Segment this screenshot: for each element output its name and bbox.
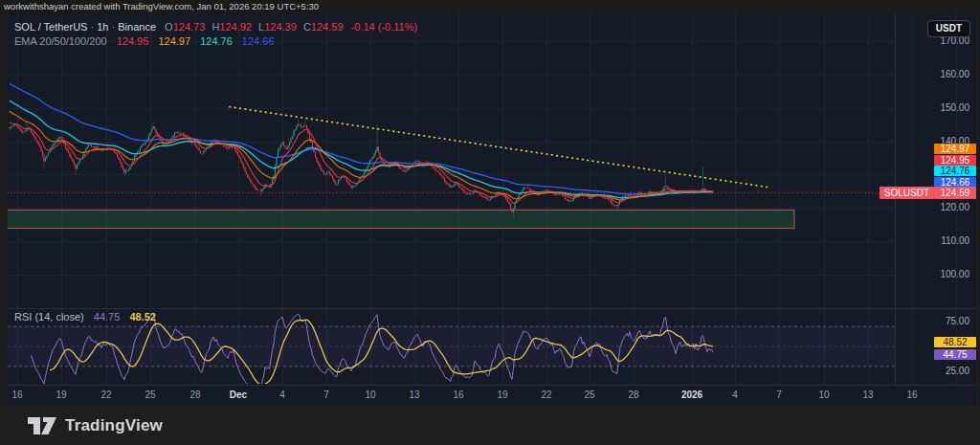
time-tick-label: 19: [481, 389, 523, 400]
legend-separator: ·: [91, 21, 95, 33]
rsi-value-badge: 44.75: [934, 349, 976, 360]
ema20-value: 124.95: [117, 35, 149, 47]
time-tick-label: Dec: [217, 389, 259, 400]
time-tick-label: 13: [393, 389, 435, 400]
time-tick-label: 13: [847, 389, 889, 400]
chart-widget[interactable]: SOL / TetherUS · 1h · Binance O124.73 H1…: [8, 13, 976, 406]
time-tick-label: 4: [714, 389, 756, 400]
open-value: 124.73: [173, 21, 206, 33]
rsi-legend[interactable]: RSI (14, close) 44.75 48.52: [14, 311, 156, 323]
high-value: 124.92: [219, 21, 252, 33]
price-tick-label: 120.00: [900, 202, 976, 213]
ema-label: EMA 20/50/100/200: [14, 35, 107, 47]
legend-separator: ·: [112, 21, 116, 33]
time-tick-label: 28: [612, 389, 655, 400]
ema-price-badge: 124.76: [934, 166, 976, 176]
time-tick-label: 25: [568, 389, 611, 400]
close-label: C: [303, 21, 311, 33]
time-tick-label: 19: [40, 389, 82, 400]
ema-price-badge: 124.66: [934, 177, 976, 188]
ema200-value: 124.66: [242, 35, 275, 47]
rsi-ma-value: 48.52: [129, 311, 156, 323]
attribution-bar: workwithshayan created with TradingView.…: [0, 0, 980, 13]
rsi-tick-label: 75.00: [900, 316, 976, 327]
open-label: O: [165, 21, 173, 33]
ema50-value: 124.97: [158, 35, 190, 47]
time-tick-label: 10: [803, 389, 845, 400]
symbol-price-tag: SOLUSDT: [880, 187, 934, 199]
symbol-name[interactable]: SOL / TetherUS: [14, 21, 87, 33]
tradingview-wordmark[interactable]: TradingView: [65, 416, 163, 435]
close-value: 124.59: [311, 21, 344, 33]
ema100-value: 124.76: [200, 35, 233, 47]
tradingview-logo-icon[interactable]: [27, 413, 57, 438]
currency-toggle-button[interactable]: USDT: [927, 20, 970, 37]
time-tick-label: 2026: [671, 389, 713, 400]
time-tick-label: 16: [437, 389, 479, 400]
rsi-value-badge: 48.52: [934, 337, 976, 347]
change-value: -0.14 (-0.11%): [351, 21, 418, 33]
chart-canvas[interactable]: [8, 13, 976, 406]
time-tick-label: 25: [129, 389, 171, 400]
price-tick-label: 100.00: [900, 269, 976, 280]
attribution-text: workwithshayan created with TradingView.…: [4, 1, 319, 11]
price-tick-label: 160.00: [900, 69, 976, 80]
rsi-label: RSI (14, close): [14, 311, 84, 323]
ema-price-badge: 124.95: [934, 155, 976, 166]
time-tick-label: 4: [261, 389, 303, 400]
ema-price-badge: 124.97: [934, 144, 976, 154]
last-price-badge: 124.59: [934, 187, 976, 199]
time-tick-label: 22: [85, 389, 127, 400]
price-tick-label: 150.00: [900, 102, 976, 114]
time-tick-label: 28: [174, 389, 216, 400]
rsi-value: 44.75: [94, 311, 121, 323]
time-tick-label: 16: [0, 389, 38, 400]
exchange-label: Binance: [118, 21, 156, 33]
ema-row[interactable]: EMA 20/50/100/200 124.95 124.97 124.76 1…: [14, 35, 417, 47]
rsi-tick-label: 25.00: [900, 366, 976, 377]
time-tick-label: 7: [305, 389, 347, 400]
symbol-row[interactable]: SOL / TetherUS · 1h · Binance O124.73 H1…: [14, 21, 417, 33]
time-tick-label: 22: [525, 389, 568, 400]
chart-legend[interactable]: SOL / TetherUS · 1h · Binance O124.73 H1…: [14, 21, 417, 47]
price-tick-label: 110.00: [900, 235, 976, 247]
time-tick-label: 16: [891, 389, 933, 400]
footer-bar: TradingView: [0, 406, 980, 445]
time-tick-label: 10: [349, 389, 391, 400]
interval-label[interactable]: 1h: [97, 21, 108, 33]
low-value: 124.39: [264, 21, 297, 33]
time-tick-label: 7: [758, 389, 800, 400]
